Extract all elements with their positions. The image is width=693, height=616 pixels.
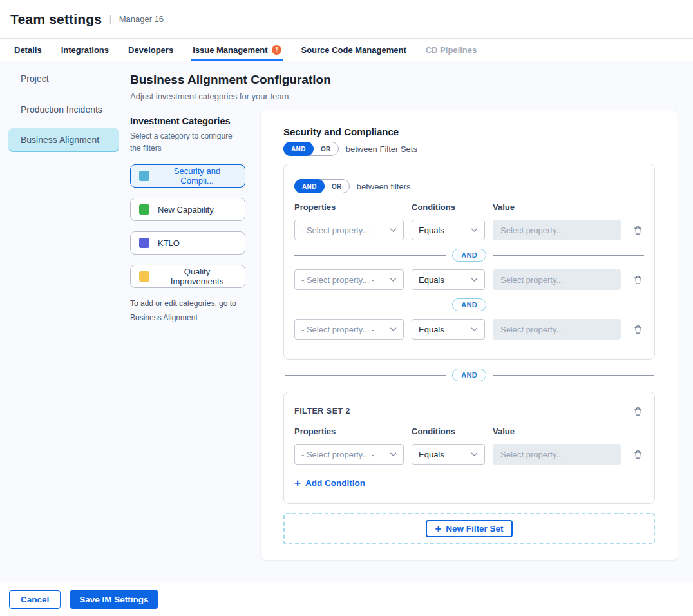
chevron-down-icon (471, 228, 478, 233)
filter-set-2-header: FILTER SET 2 (294, 405, 644, 418)
category-button-quality-improvements[interactable]: Quality Improvements (130, 265, 245, 288)
categories-footnote: To add or edit categories, go to Busines… (130, 297, 245, 325)
toggle-suffix-label: between filters (357, 182, 411, 191)
chevron-down-icon (390, 327, 397, 332)
sidebar-item-business-alignment[interactable]: Business Alignment (8, 128, 119, 152)
category-config-heading: Security and Compliance (283, 126, 655, 137)
filter-set-2-title: FILTER SET 2 (294, 405, 350, 416)
chevron-down-icon (471, 278, 478, 282)
filter-column-headers: Properties Conditions Value (294, 202, 644, 212)
tab-developers[interactable]: Developers (128, 39, 173, 61)
and-or-toggle[interactable]: AND OR (294, 179, 350, 193)
plus-icon: + (435, 523, 441, 534)
sidebar-item-production-incidents[interactable]: Production Incidents (0, 97, 120, 121)
trash-icon (633, 275, 643, 285)
value-header: Value (493, 202, 621, 212)
chevron-down-icon (390, 452, 397, 457)
conditions-header: Conditions (412, 202, 485, 212)
property-select[interactable]: - Select property... - (294, 444, 404, 465)
and-connector-pill: AND (452, 249, 486, 262)
tab-integrations[interactable]: Integrations (61, 39, 109, 61)
toggle-and-option[interactable]: AND (283, 142, 314, 156)
category-color-swatch (139, 271, 149, 282)
manager-label: Manager 16 (119, 14, 164, 24)
and-connector-pill: AND (452, 298, 486, 311)
filter-row: - Select property... - Equals Select pro… (294, 269, 644, 290)
plus-icon: + (294, 477, 301, 488)
add-condition-button[interactable]: + Add Condition (294, 477, 365, 488)
section-subtitle: Adjust investment categories for your te… (130, 91, 693, 101)
toggle-suffix-label: between Filter Sets (346, 144, 417, 154)
categories-heading: Investment Categories (130, 116, 243, 126)
tab-source-code-management[interactable]: Source Code Management (301, 39, 406, 61)
category-label: Quality Improvements (158, 267, 236, 286)
toggle-and-option[interactable]: AND (294, 179, 325, 193)
filter-sets-and-connector: AND (285, 369, 654, 381)
value-input[interactable]: Select property... (493, 444, 621, 465)
delete-filter-button[interactable] (632, 224, 644, 236)
property-select[interactable]: - Select property... - (294, 319, 404, 340)
investment-categories-column: Investment Categories Select a category … (120, 110, 251, 552)
value-input[interactable]: Select property... (493, 319, 621, 340)
content-columns: Investment Categories Select a category … (120, 110, 693, 552)
page-title: Team settings (10, 12, 102, 27)
cancel-button[interactable]: Cancel (9, 590, 61, 609)
warning-badge-icon: ! (272, 45, 281, 55)
property-select[interactable]: - Select property... - (294, 269, 404, 290)
and-or-toggle[interactable]: AND OR (283, 142, 339, 156)
category-button-ktlo[interactable]: KTLO (130, 231, 245, 255)
properties-header: Properties (294, 427, 404, 436)
condition-select[interactable]: Equals (412, 220, 485, 240)
delete-filter-button[interactable] (632, 448, 644, 461)
chevron-down-icon (471, 452, 478, 457)
trash-icon (633, 407, 643, 416)
new-filter-set-button[interactable]: + New Filter Set (426, 520, 512, 537)
and-connector: AND (294, 298, 644, 311)
new-filter-set-dropzone: + New Filter Set (283, 513, 655, 544)
property-select[interactable]: - Select property... - (294, 220, 404, 240)
value-input[interactable]: Select property... (493, 269, 621, 290)
category-button-security-compliance[interactable]: Security and Compli... (130, 164, 245, 188)
delete-filter-button[interactable] (632, 274, 644, 286)
category-button-new-capability[interactable]: New Capability (130, 198, 245, 221)
tab-issue-management[interactable]: Issue Management ! (193, 39, 281, 61)
category-label: KTLO (158, 238, 180, 248)
save-im-settings-button[interactable]: Save IM Settings (70, 590, 157, 609)
filters-operator-row: AND OR between filters (294, 179, 644, 193)
category-color-swatch (139, 238, 149, 248)
condition-select[interactable]: Equals (412, 319, 485, 340)
team-settings-page: Team settings | Manager 16 Details Integ… (0, 0, 693, 616)
sidebar-item-project[interactable]: Project (0, 66, 120, 90)
settings-sidebar: Project Production Incidents Business Al… (0, 61, 120, 552)
conditions-header: Conditions (412, 427, 485, 436)
settings-body: Project Production Incidents Business Al… (0, 61, 693, 582)
title-divider: | (109, 13, 111, 26)
condition-select[interactable]: Equals (412, 269, 485, 290)
condition-select[interactable]: Equals (412, 444, 485, 465)
toggle-or-option[interactable]: OR (325, 183, 349, 190)
value-input[interactable]: Select property... (493, 220, 621, 240)
delete-filter-set-button[interactable] (632, 405, 644, 418)
tab-details[interactable]: Details (14, 39, 42, 61)
chevron-down-icon (390, 278, 397, 282)
filter-row: - Select property... - Equals Select pro… (294, 444, 644, 465)
trash-icon (633, 226, 643, 235)
filter-row: - Select property... - Equals Select pro… (294, 319, 644, 340)
toggle-or-option[interactable]: OR (314, 146, 338, 153)
filter-panel: Security and Compliance AND OR between F… (261, 110, 678, 560)
page-footer: Cancel Save IM Settings (0, 582, 693, 616)
category-color-swatch (139, 204, 149, 215)
section-title: Business Alignment Configuration (130, 73, 693, 87)
and-connector: AND (294, 249, 644, 262)
categories-description: Select a category to configure the filte… (130, 130, 236, 154)
settings-tabbar: Details Integrations Developers Issue Ma… (0, 39, 693, 61)
properties-header: Properties (294, 202, 404, 212)
value-header: Value (493, 427, 621, 436)
trash-icon (633, 450, 643, 459)
delete-filter-button[interactable] (632, 323, 644, 336)
chevron-down-icon (390, 228, 397, 233)
category-color-swatch (139, 171, 149, 181)
and-connector-pill: AND (452, 369, 486, 381)
category-label: Security and Compli... (158, 166, 236, 186)
category-label: New Capability (158, 205, 214, 215)
